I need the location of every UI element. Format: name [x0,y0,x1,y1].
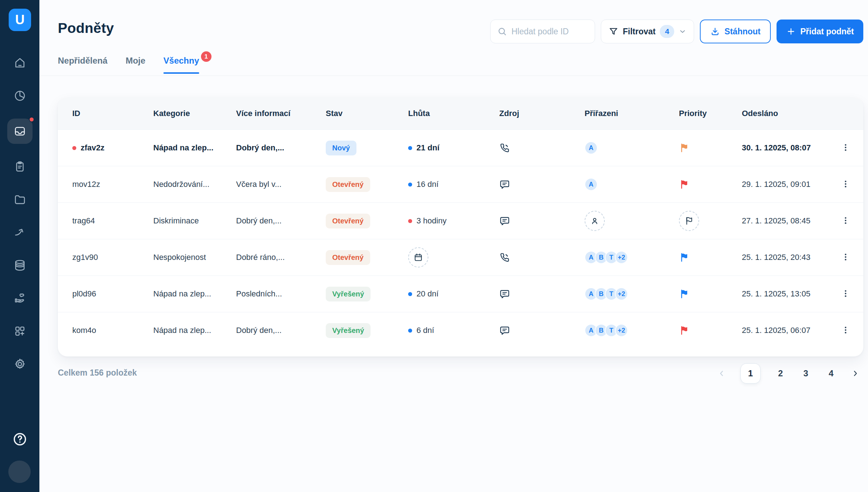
page-1-button[interactable]: 1 [740,363,761,384]
page-2-button[interactable]: 2 [775,368,786,378]
user-avatar[interactable] [8,461,31,483]
sidebar-item-folder[interactable] [7,189,33,210]
status-badge: Vyřešený [326,287,371,301]
inbox-notification-dot [29,117,34,122]
tab-all-badge: 1 [201,51,211,62]
row-menu-button[interactable] [839,214,852,228]
priority-flag-icon [679,288,690,299]
table-row[interactable]: mov12z Nedodržování... Včera byl v... Ot… [58,166,863,202]
row-category: Nápad na zlep... [153,289,236,299]
deadline-cell: 3 hodiny [408,216,499,226]
row-menu-button[interactable] [839,141,852,155]
sent-date: 25. 1. 12025, 06:07 [742,326,832,335]
sidebar-item-home[interactable] [7,53,33,73]
sidebar-item-settings[interactable] [7,354,33,374]
chat-source-icon [499,325,510,336]
sidebar-item-care[interactable] [7,288,33,308]
avatar-overflow: +2 [615,251,628,264]
row-info: Posledních... [236,289,326,299]
folder-icon [13,193,26,206]
page-4-button[interactable]: 4 [826,368,837,378]
table-row[interactable]: pl0d96 Nápad na zlep... Posledních... Vy… [58,275,863,312]
kebab-icon [841,143,850,152]
deadline-placeholder[interactable] [408,247,428,268]
page-3-button[interactable]: 3 [800,368,811,378]
forward-arrow-icon [13,226,26,239]
col-category: Kategorie [153,109,236,118]
table-row[interactable]: zg1v90 Nespokojenost Dobré ráno,... Otev… [58,239,863,275]
chat-source-icon [499,215,510,226]
search-icon [497,26,507,37]
apps-add-icon [13,325,26,338]
previous-page-button[interactable] [717,369,726,378]
deadline-cell: 6 dní [408,326,499,335]
home-icon [13,56,26,69]
deadline-dot [408,146,412,150]
assign-placeholder[interactable] [585,211,605,231]
row-menu-button[interactable] [839,287,852,301]
plus-icon [786,26,796,37]
person-icon [590,216,600,226]
add-label: Přidat podnět [800,27,854,37]
priority-flag-icon [679,252,690,263]
row-menu-button[interactable] [839,177,852,192]
deadline-cell: 20 dní [408,289,499,299]
row-category: Nespokojenost [153,253,236,262]
filter-button[interactable]: Filtrovat 4 [601,20,694,43]
main-content: Podněty Filtrovat 4 Stáhnout Přidat podn… [39,0,868,492]
col-sent: Odesláno [742,109,832,118]
col-info: Více informací [236,109,326,118]
inbox-icon [13,125,26,138]
sidebar-item-analytics[interactable] [7,86,33,106]
search-input[interactable] [512,27,588,37]
next-page-button[interactable] [851,369,860,378]
table-row[interactable]: zfav2z Nápad na zlep... Dobrý den,... No… [58,129,863,166]
filter-count-badge: 4 [660,25,674,38]
sidebar-item-inbox[interactable] [7,119,33,144]
row-id: pl0d96 [72,289,153,299]
tab-mine[interactable]: Moje [125,56,145,73]
avatar-overflow: +2 [615,287,628,300]
unread-dot [72,146,76,150]
tab-unassigned[interactable]: Nepřidělená [58,56,107,73]
table-row[interactable]: kom4o Nápad na zlep... Dobrý den,... Vyř… [58,312,863,348]
app-logo[interactable]: U [9,9,31,31]
sidebar-item-database[interactable] [7,255,33,275]
kebab-icon [841,325,850,335]
col-priority: Priority [679,109,742,118]
assignee-avatars: A [585,178,598,191]
row-menu-button[interactable] [839,250,852,265]
help-button[interactable] [11,431,28,448]
row-menu-button[interactable] [839,323,852,338]
avatar: A [585,141,598,154]
pagination: 1 2 3 4 [717,363,860,384]
status-badge: Otevřený [326,177,370,192]
download-label: Stáhnout [724,27,761,37]
flag-outline-icon [684,216,694,226]
sidebar-item-tasks[interactable] [7,157,33,177]
download-button[interactable]: Stáhnout [700,20,771,43]
priority-flag-icon [679,179,690,190]
deadline-text: 20 dní [416,289,439,299]
sidebar-item-apps-add[interactable] [7,321,33,341]
priority-placeholder[interactable] [679,211,699,231]
add-submission-button[interactable]: Přidat podnět [777,20,863,43]
table-row[interactable]: trag64 Diskriminace Dobrý den,... Otevře… [58,202,863,239]
row-category: Nápad na zlep... [153,326,236,335]
col-assignees: Přiřazeni [585,109,679,118]
chevron-down-icon [679,27,687,35]
kebab-icon [841,179,850,189]
sidebar-item-forward[interactable] [7,222,33,243]
avatar: A [585,178,598,191]
row-category: Diskriminace [153,216,236,226]
priority-flag-icon [679,142,690,153]
deadline-dot [408,329,412,333]
phone-source-icon [499,142,510,153]
search-box[interactable] [490,20,595,43]
deadline-dot [408,183,412,187]
tab-all[interactable]: Všechny 1 [163,56,199,73]
sent-date: 25. 1. 12025, 13:05 [742,289,832,299]
status-badge: Nový [326,141,356,155]
page-title: Podněty [58,20,114,36]
chevron-left-icon [717,369,726,378]
